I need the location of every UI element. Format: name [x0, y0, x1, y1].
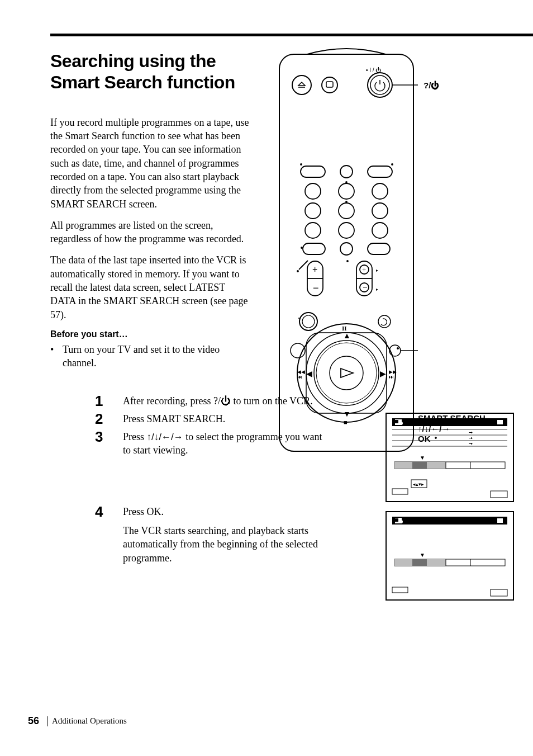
svg-point-2: [322, 77, 337, 93]
step-text: Press ↑/↓/←/→ to select the programme yo…: [123, 428, 330, 457]
svg-rect-104: [392, 587, 408, 593]
svg-point-25: [301, 247, 302, 248]
footer-divider: [47, 716, 47, 726]
svg-text:→: →: [468, 441, 473, 446]
svg-text:◀: ◀: [306, 370, 312, 378]
page-number: 56: [28, 715, 39, 727]
svg-point-15: [346, 182, 347, 183]
svg-rect-11: [368, 166, 392, 177]
svg-point-70: [399, 422, 403, 425]
svg-rect-100: [412, 559, 427, 566]
svg-point-19: [346, 201, 347, 202]
svg-rect-24: [303, 243, 325, 254]
step-4-paragraph: The VCR starts searching, and playback s…: [123, 524, 330, 565]
svg-rect-83: [412, 462, 427, 469]
svg-point-95: [399, 520, 403, 523]
page-title: Searching using the Smart Search functio…: [50, 50, 251, 93]
page-footer: 56 Additional Operations: [28, 715, 127, 727]
svg-rect-90: [491, 491, 507, 498]
svg-rect-84: [427, 462, 446, 469]
svg-text:−: −: [363, 283, 367, 292]
svg-point-9: [301, 164, 302, 165]
svg-rect-99: [394, 559, 412, 566]
svg-point-50: [330, 356, 363, 390]
svg-point-4: [368, 73, 392, 97]
svg-text:▸: ▸: [376, 287, 378, 292]
paragraph-3: The data of the last tape inserted into …: [50, 253, 251, 321]
svg-text:+: +: [362, 266, 366, 274]
svg-point-63: [389, 345, 401, 356]
arrow-keys-label: ↑/↓/←/→: [147, 432, 183, 442]
svg-point-42: [298, 318, 299, 319]
svg-point-5: [370, 75, 389, 94]
svg-rect-96: [497, 518, 503, 523]
svg-rect-82: [394, 462, 412, 469]
power-label-text: ?/: [423, 81, 431, 90]
svg-rect-69: [394, 420, 398, 423]
svg-text:◂▴▾▸: ◂▴▾▸: [413, 481, 424, 487]
svg-rect-3: [326, 82, 333, 87]
svg-rect-8: [301, 166, 325, 177]
step-number: 1: [95, 393, 123, 408]
svg-point-45: [378, 315, 391, 328]
step-text: Press SMART SEARCH.: [123, 410, 330, 426]
step-number: 2: [95, 410, 123, 426]
step-number: 4: [95, 503, 123, 519]
svg-point-18: [339, 203, 354, 219]
svg-text:−: −: [313, 282, 319, 294]
svg-rect-67: [392, 418, 507, 426]
svg-point-77: [435, 437, 437, 438]
svg-point-26: [340, 243, 353, 255]
svg-rect-27: [368, 243, 390, 254]
svg-rect-66: [386, 413, 513, 502]
svg-rect-101: [427, 559, 446, 566]
osd-screen-1: → → → ▼ ◂▴▾▸: [386, 413, 514, 502]
svg-text:▼: ▼: [420, 552, 425, 558]
svg-point-23: [372, 223, 388, 238]
paragraph-2: All programmes are listed on the screen,…: [50, 219, 251, 246]
svg-text:• I / ⏻: • I / ⏻: [366, 67, 381, 73]
svg-text:▸: ▸: [376, 268, 378, 273]
power-key-label: ?/⏻: [213, 395, 231, 407]
svg-text:▼: ▼: [420, 455, 425, 461]
svg-point-44: [302, 315, 315, 328]
svg-point-1: [292, 75, 311, 94]
svg-point-10: [340, 166, 353, 178]
svg-text:▲: ▲: [343, 332, 351, 340]
bullet-text: Turn on your TV and set it to the video …: [63, 343, 251, 370]
svg-rect-71: [497, 420, 503, 424]
svg-point-14: [339, 183, 354, 199]
power-icon: ⏻: [431, 81, 439, 90]
svg-text:⏭: ⏭: [389, 374, 394, 380]
paragraph-1: If you record multiple programmes on a t…: [50, 116, 251, 211]
bullet-dot: •: [50, 343, 63, 370]
svg-point-22: [339, 223, 354, 238]
svg-point-21: [305, 223, 321, 238]
osd-screen-2: ▼: [386, 511, 514, 601]
svg-rect-0: [279, 54, 413, 451]
svg-text:→: →: [468, 435, 473, 441]
svg-text:▶: ▶: [380, 370, 386, 378]
svg-text:II: II: [342, 325, 347, 332]
svg-rect-92: [392, 517, 507, 525]
svg-text:→: →: [468, 429, 473, 435]
svg-rect-94: [394, 518, 398, 522]
svg-text:⏮: ⏮: [297, 374, 302, 380]
svg-point-12: [392, 164, 393, 165]
bullet-item: • Turn on your TV and set it to the vide…: [50, 343, 251, 370]
svg-rect-89: [392, 489, 408, 494]
section-label: Additional Operations: [52, 716, 127, 726]
svg-text:+: +: [312, 264, 317, 274]
before-you-start-heading: Before you start…: [50, 329, 251, 339]
step-number: 3: [95, 428, 123, 444]
steps-list: 1 After recording, press ?/⏻ to turn on …: [95, 393, 494, 565]
step-1: 1 After recording, press ?/⏻ to turn on …: [95, 393, 494, 408]
callout-power: ?/⏻: [423, 81, 439, 90]
step-text: Press OK. The VCR starts searching, and …: [123, 503, 330, 565]
svg-point-28: [297, 271, 298, 272]
svg-point-20: [372, 203, 388, 219]
svg-point-16: [372, 183, 388, 199]
svg-point-41: [347, 261, 348, 262]
step-text: After recording, press ?/⏻ to turn on th…: [123, 393, 330, 408]
svg-point-64: [397, 347, 399, 349]
